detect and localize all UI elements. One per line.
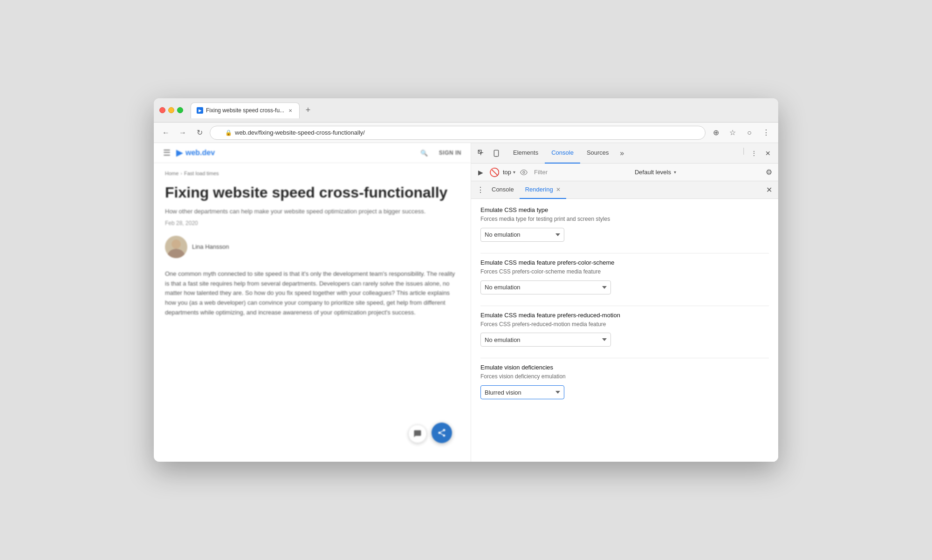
devtools-console-toolbar: ▶ 🚫 top ▾ Filter Default levels ▾ ⚙ bbox=[471, 164, 778, 181]
logo-text: web.dev bbox=[185, 149, 215, 157]
article-body: One common myth connected to site speed … bbox=[165, 269, 459, 318]
color-scheme-select[interactable]: No emulation prefers-color-scheme: light… bbox=[480, 280, 611, 294]
new-tab-button[interactable]: + bbox=[302, 104, 315, 117]
breadcrumb-home[interactable]: Home bbox=[165, 171, 178, 176]
inspect-tool-button[interactable] bbox=[475, 147, 488, 160]
author-name: Lina Hansson bbox=[192, 243, 229, 250]
traffic-light-green[interactable] bbox=[177, 107, 183, 113]
settings-button[interactable]: ⚙ bbox=[763, 167, 774, 178]
clear-console-button[interactable]: 🚫 bbox=[489, 167, 500, 178]
article-title: Fixing website speed cross-functionally bbox=[165, 184, 459, 201]
author-avatar bbox=[165, 236, 187, 258]
rendering-tab-close[interactable]: ✕ bbox=[556, 186, 561, 193]
traffic-light-red[interactable] bbox=[159, 107, 165, 113]
chat-button[interactable] bbox=[408, 424, 427, 443]
devtools-panel: Elements Console Sources » | ⋮ ✕ bbox=[471, 143, 778, 462]
bookmark-button[interactable]: ☆ bbox=[726, 126, 739, 139]
article-subtitle: How other departments can help make your… bbox=[165, 207, 459, 216]
drawer-tab-console[interactable]: Console bbox=[486, 181, 520, 199]
webpage: ☰ ▶ web.dev 🔍 SIGN IN Home › Fast load t… bbox=[154, 143, 471, 462]
more-tabs-button[interactable]: » bbox=[616, 147, 629, 160]
site-logo[interactable]: ▶ web.dev bbox=[176, 148, 215, 158]
divider-2 bbox=[480, 306, 769, 306]
run-button[interactable]: ▶ bbox=[475, 167, 486, 178]
svg-point-5 bbox=[523, 171, 525, 173]
active-tab[interactable]: ▶ Fixing website speed cross-fu... ✕ bbox=[191, 102, 300, 118]
browser-window: ▶ Fixing website speed cross-fu... ✕ + ←… bbox=[154, 98, 778, 462]
color-scheme-desc: Forces CSS prefers-color-scheme media fe… bbox=[480, 268, 769, 276]
breadcrumb-section[interactable]: Fast load times bbox=[184, 171, 219, 176]
vision-title: Emulate vision deficiencies bbox=[480, 364, 769, 371]
drawer-close-button[interactable]: ✕ bbox=[763, 184, 774, 196]
color-scheme-section: Emulate CSS media feature prefers-color-… bbox=[480, 259, 769, 294]
device-toggle-button[interactable] bbox=[490, 147, 503, 160]
reduced-motion-section: Emulate CSS media feature prefers-reduce… bbox=[480, 312, 769, 347]
tab-favicon: ▶ bbox=[197, 107, 203, 114]
context-selector[interactable]: top ▾ bbox=[503, 169, 515, 176]
hamburger-icon[interactable]: ☰ bbox=[163, 148, 171, 158]
vision-desc: Forces vision deficiency emulation bbox=[480, 373, 769, 381]
rendering-panel-content: Emulate CSS media type Forces media type… bbox=[471, 199, 778, 462]
vision-deficiency-section: Emulate vision deficiencies Forces visio… bbox=[480, 364, 769, 399]
devtools-actions: | ⋮ ✕ bbox=[741, 147, 774, 160]
reduced-motion-desc: Forces CSS prefers-reduced-motion media … bbox=[480, 321, 769, 328]
drawer-tab-rendering[interactable]: Rendering ✕ bbox=[520, 181, 566, 199]
color-scheme-title: Emulate CSS media feature prefers-color-… bbox=[480, 259, 769, 266]
search-icon[interactable]: 🔍 bbox=[420, 150, 428, 157]
context-dropdown-icon: ▾ bbox=[513, 170, 515, 175]
sign-in-button[interactable]: SIGN IN bbox=[439, 150, 461, 156]
address-bar[interactable]: 🔒 web.dev/fixing-website-speed-cross-fun… bbox=[210, 126, 706, 140]
refresh-button[interactable]: ↻ bbox=[193, 126, 206, 139]
devtools-toolbar: Elements Console Sources » | ⋮ ✕ bbox=[471, 143, 778, 164]
eye-button[interactable] bbox=[518, 167, 529, 178]
devtools-menu-button[interactable]: ⋮ bbox=[747, 147, 761, 160]
webpage-body: Home › Fast load times Fixing website sp… bbox=[154, 163, 471, 325]
drawer-tabs-bar: ⋮ Console Rendering ✕ ✕ bbox=[471, 181, 778, 199]
main-area: ☰ ▶ web.dev 🔍 SIGN IN Home › Fast load t… bbox=[154, 143, 778, 462]
article-date: Feb 28, 2020 bbox=[165, 220, 459, 226]
devtools-close-button[interactable]: ✕ bbox=[761, 147, 774, 160]
media-type-select[interactable]: No emulation print screen bbox=[480, 228, 564, 242]
tab-sources[interactable]: Sources bbox=[580, 143, 616, 164]
title-bar: ▶ Fixing website speed cross-fu... ✕ + bbox=[154, 98, 778, 123]
author-section: Lina Hansson bbox=[165, 236, 459, 258]
webpage-content: Home › Fast load times Fixing website sp… bbox=[154, 163, 471, 462]
share-button[interactable] bbox=[432, 423, 452, 443]
svg-point-0 bbox=[167, 249, 185, 258]
tab-label: Fixing website speed cross-fu... bbox=[206, 107, 284, 114]
lock-icon: 🔒 bbox=[225, 130, 232, 136]
cast-button[interactable]: ⊕ bbox=[709, 126, 722, 139]
webpage-header: ☰ ▶ web.dev 🔍 SIGN IN bbox=[154, 143, 471, 163]
tab-console[interactable]: Console bbox=[545, 143, 580, 164]
devtools-main-tabs: Elements Console Sources » bbox=[507, 143, 739, 164]
drawer-menu-button[interactable]: ⋮ bbox=[475, 184, 486, 196]
tab-bar: ▶ Fixing website speed cross-fu... ✕ + bbox=[191, 102, 773, 118]
reduced-motion-title: Emulate CSS media feature prefers-reduce… bbox=[480, 312, 769, 319]
filter-label: Filter bbox=[534, 169, 548, 176]
nav-actions: ⊕ ☆ ○ ⋮ bbox=[709, 126, 773, 139]
traffic-lights bbox=[159, 107, 183, 113]
tab-elements[interactable]: Elements bbox=[507, 143, 545, 164]
levels-arrow-icon: ▾ bbox=[674, 170, 676, 175]
account-button[interactable]: ○ bbox=[743, 126, 756, 139]
breadcrumb-separator: › bbox=[180, 171, 182, 176]
chrome-menu-button[interactable]: ⋮ bbox=[760, 126, 773, 139]
url-text: web.dev/fixing-website-speed-cross-funct… bbox=[235, 129, 365, 136]
breadcrumb: Home › Fast load times bbox=[165, 171, 459, 176]
tab-close-button[interactable]: ✕ bbox=[287, 107, 294, 114]
media-type-section: Emulate CSS media type Forces media type… bbox=[480, 206, 769, 242]
reduced-motion-select[interactable]: No emulation prefers-reduced-motion: red… bbox=[480, 333, 611, 347]
levels-label: Default levels bbox=[635, 169, 671, 176]
nav-bar: ← → ↻ 🔒 web.dev/fixing-website-speed-cro… bbox=[154, 123, 778, 143]
back-button[interactable]: ← bbox=[159, 126, 172, 139]
logo-arrow-icon: ▶ bbox=[176, 148, 183, 158]
forward-button[interactable]: → bbox=[176, 126, 189, 139]
media-type-desc: Forces media type for testing print and … bbox=[480, 215, 769, 223]
vision-deficiency-select[interactable]: No vision deficiency Blurred vision Prot… bbox=[480, 385, 564, 399]
svg-rect-3 bbox=[494, 150, 498, 156]
traffic-light-yellow[interactable] bbox=[168, 107, 174, 113]
context-label: top bbox=[503, 169, 511, 176]
divider-1 bbox=[480, 253, 769, 253]
divider-3 bbox=[480, 358, 769, 358]
svg-point-1 bbox=[171, 239, 181, 249]
